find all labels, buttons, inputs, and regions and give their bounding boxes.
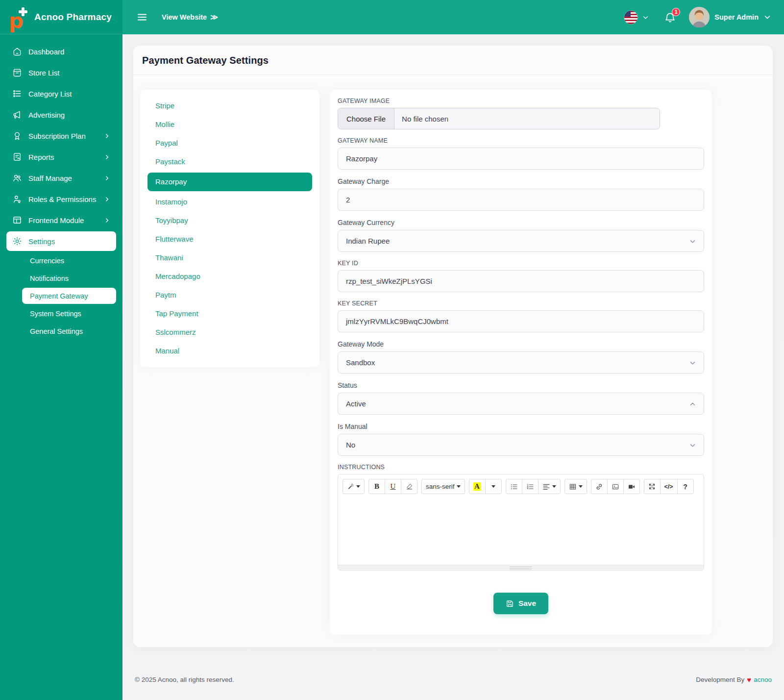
- fullscreen-button[interactable]: [644, 479, 661, 494]
- style-dropdown-button[interactable]: [343, 479, 365, 494]
- insert-video-button[interactable]: [623, 479, 640, 494]
- unordered-list-button[interactable]: [506, 479, 522, 494]
- gateway-image-file-input[interactable]: Choose File No file chosen: [338, 108, 660, 129]
- gateway-list-item[interactable]: Instamojo: [147, 194, 312, 210]
- user-key-icon: [12, 194, 22, 204]
- hamburger-menu-icon[interactable]: [136, 11, 148, 23]
- sidebar-item-system-settings[interactable]: System Settings: [22, 305, 116, 322]
- status-label: Status: [338, 381, 704, 389]
- instructions-label: INSTRUCTIONS: [338, 464, 704, 471]
- user-menu[interactable]: Super Admin: [689, 7, 771, 27]
- sidebar-item-roles-permissions[interactable]: Roles & Permissions: [6, 189, 116, 209]
- plus-icon: [19, 7, 27, 16]
- acnoo-link[interactable]: acnoo: [754, 676, 772, 683]
- gateway-charge-label: Gateway Charge: [338, 177, 704, 185]
- sidebar-item-subscription-plan[interactable]: Subscription Plan: [6, 126, 116, 146]
- save-row: Save: [338, 593, 704, 614]
- sidebar-item-staff-manage[interactable]: Staff Manage: [6, 168, 116, 188]
- chevron-down-icon: [763, 13, 771, 21]
- gateway-name-label: Paystack: [155, 157, 185, 166]
- table-dropdown-button[interactable]: [564, 479, 587, 494]
- save-button[interactable]: Save: [493, 593, 548, 614]
- editor-resize-bar[interactable]: [338, 565, 704, 570]
- code-view-button[interactable]: </>: [660, 479, 678, 494]
- chevron-right-icon: [104, 196, 110, 202]
- is-manual-select[interactable]: No: [338, 434, 704, 456]
- caret-icon: [491, 485, 495, 488]
- sidebar-item-settings[interactable]: Settings: [6, 231, 116, 251]
- bold-button[interactable]: B: [368, 479, 385, 494]
- gateway-name-label: Mollie: [155, 120, 174, 128]
- gateway-list-item[interactable]: Paytm: [147, 287, 312, 303]
- magic-wand-icon: [347, 483, 354, 490]
- sidebar-item-frontend-module[interactable]: Frontend Module: [6, 210, 116, 230]
- ordered-list-button[interactable]: [522, 479, 539, 494]
- header-right: 1 Super Admin: [624, 7, 771, 27]
- gateway-list-item[interactable]: Sslcommerz: [147, 325, 312, 340]
- page-card: Payment Gateway Settings Stripe Mollie: [133, 46, 773, 647]
- font-color-button[interactable]: A: [469, 479, 486, 494]
- gateway-list-item[interactable]: Paystack: [147, 154, 312, 170]
- gateway-list-item[interactable]: Mollie: [147, 117, 312, 132]
- help-button[interactable]: ?: [677, 479, 694, 494]
- report-icon: [12, 152, 22, 162]
- gateway-list-item[interactable]: Razorpay: [147, 173, 312, 191]
- chevron-up-icon: [689, 400, 696, 408]
- key-secret-group: KEY SECRET jmlzYyrRVMLkC9BwqCJ0wbmt: [338, 300, 704, 332]
- chevron-right-icon: [104, 133, 110, 139]
- insert-link-button[interactable]: [591, 479, 608, 494]
- key-id-input[interactable]: rzp_test_siWkeZjPLsYGSi: [338, 270, 704, 292]
- key-secret-label: KEY SECRET: [338, 300, 704, 307]
- sidebar-item-currencies[interactable]: Currencies: [22, 252, 116, 269]
- gateway-list-item[interactable]: Stripe: [147, 98, 312, 114]
- sidebar-item-category-list[interactable]: Category List: [6, 84, 116, 103]
- chevron-right-icon: [104, 217, 110, 224]
- underline-button[interactable]: U: [385, 479, 401, 494]
- gateway-charge-group: Gateway Charge 2: [338, 177, 704, 211]
- link-icon: [595, 483, 603, 491]
- brand-logo[interactable]: p Acnoo Pharmacy: [0, 0, 122, 34]
- right-column: View Website ≫ 1 Super Admin: [122, 0, 784, 700]
- settings-submenu: Currencies Notifications Payment Gateway…: [0, 252, 122, 339]
- gateway-name-group: GATEWAY NAME Razorpay: [338, 137, 704, 170]
- chevron-right-icon: [104, 175, 110, 181]
- gear-icon: [12, 236, 22, 246]
- picture-icon: [612, 483, 619, 491]
- sidebar-item-notifications[interactable]: Notifications: [22, 270, 116, 286]
- choose-file-button[interactable]: Choose File: [338, 108, 394, 129]
- insert-picture-button[interactable]: [607, 479, 624, 494]
- gateway-name-label: Toyyibpay: [155, 216, 188, 225]
- sidebar-item-reports[interactable]: Reports: [6, 147, 116, 167]
- gateway-list-item[interactable]: Tap Payment: [147, 306, 312, 322]
- font-family-dropdown-button[interactable]: sans-serif: [421, 479, 465, 494]
- paragraph-align-dropdown-button[interactable]: [538, 479, 561, 494]
- gateway-list-item[interactable]: Manual: [147, 343, 312, 359]
- gateway-list-item[interactable]: Thawani: [147, 250, 312, 266]
- instructions-editing-area[interactable]: [338, 499, 704, 565]
- gateway-currency-select[interactable]: Indian Rupee: [338, 230, 704, 252]
- gateway-name-input[interactable]: Razorpay: [338, 148, 704, 170]
- sidebar-item-payment-gateway[interactable]: Payment Gateway: [22, 288, 116, 304]
- gateway-list-item[interactable]: Toyyibpay: [147, 213, 312, 228]
- sidebar-item-general-settings[interactable]: General Settings: [22, 323, 116, 339]
- gateway-name-label: Mercadopago: [155, 272, 200, 280]
- avatar: [689, 7, 710, 27]
- sidebar-item-dashboard[interactable]: Dashboard: [6, 42, 116, 61]
- font-color-dropdown-button[interactable]: [485, 479, 502, 494]
- gateway-list-item[interactable]: Paypal: [147, 135, 312, 151]
- view-website-link[interactable]: View Website ≫: [162, 13, 218, 22]
- gateway-list-item[interactable]: Mercadopago: [147, 269, 312, 284]
- key-secret-input[interactable]: jmlzYyrRVMLkC9BwqCJ0wbmt: [338, 310, 704, 332]
- copyright-text: © 2025 Acnoo, all rights reserved.: [135, 676, 234, 683]
- gateway-mode-select[interactable]: Sandbox: [338, 351, 704, 374]
- sidebar-item-store-list[interactable]: Store List: [6, 63, 116, 82]
- table-icon: [569, 483, 577, 491]
- clear-format-button[interactable]: [401, 479, 417, 494]
- status-select[interactable]: Active: [338, 393, 704, 415]
- sidebar-item-advertising[interactable]: Advertising: [6, 105, 116, 125]
- gateway-list-item[interactable]: Flutterwave: [147, 231, 312, 247]
- notifications-button[interactable]: 1: [664, 11, 676, 24]
- gateway-charge-input[interactable]: 2: [338, 189, 704, 211]
- numbered-list-icon: [526, 483, 534, 491]
- language-selector[interactable]: [624, 11, 649, 24]
